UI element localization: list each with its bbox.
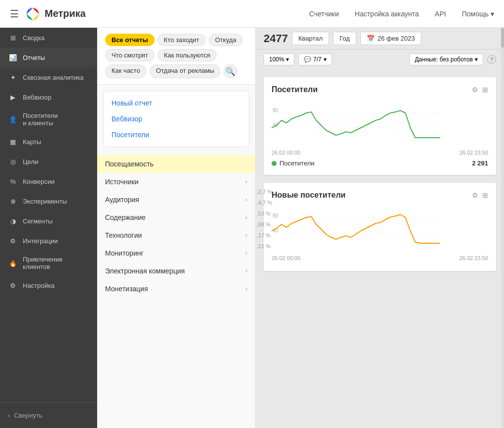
segment-button[interactable]: 💬 7/7 ▾ [298, 54, 332, 65]
sidebar-item-tseli[interactable]: ◎ Цели [0, 152, 97, 171]
menu-item-ecommerce[interactable]: Электронная коммерция › [97, 262, 255, 280]
tag-from-where[interactable]: Откуда [209, 34, 243, 46]
menu-item-tekhnologii[interactable]: Технологии › [97, 226, 255, 244]
quick-link-visitors[interactable]: Посетители [104, 127, 249, 143]
sidebar-item-label: Настройка [23, 282, 55, 289]
sidebar-item-nastroyka[interactable]: ⚙ Настройка [0, 275, 97, 295]
tag-all-reports[interactable]: Все отчеты [105, 34, 155, 46]
quick-link-new-report[interactable]: Новый отчет [104, 95, 249, 111]
tag-how-often[interactable]: Как часто [105, 64, 147, 78]
quarter-btn[interactable]: Квартал [292, 32, 329, 45]
sidebar-item-eksperimenty[interactable]: ⊕ Эксперименты [0, 191, 97, 211]
chevron-right-icon: › [245, 232, 247, 239]
tag-who-visits[interactable]: Кто заходит [158, 34, 206, 46]
chart-header-new-visitors: Новые посетители ⚙ ⊞ [272, 191, 488, 200]
nav-account[interactable]: Настройка аккаунта [355, 10, 419, 18]
visitors-chart-svg: 80 40 [272, 98, 440, 148]
grid-view-icon[interactable]: ⊞ [482, 86, 488, 94]
sidebar-item-integracii[interactable]: ⚙ Интеграции [0, 231, 97, 251]
settings-icon[interactable]: ⚙ [472, 191, 478, 199]
new-visitors-chart-card: Новые посетители ⚙ ⊞ 80 40 [264, 183, 496, 271]
sidebar-item-posetiteli[interactable]: 👤 Посетителии клиенты [0, 107, 97, 132]
chevron-down-icon: ▾ [324, 56, 327, 63]
menu-item-auditoriya[interactable]: Аудитория › [97, 191, 255, 209]
sidebar-item-label: Привлечениеклиентов [23, 256, 63, 270]
calendar-icon: 📅 [367, 35, 375, 42]
settings-icon[interactable]: ⚙ [472, 86, 478, 94]
charts-area: Посетители ⚙ ⊞ 80 40 26.02 [256, 69, 504, 279]
content-area: Все отчеты Кто заходит Откуда Что смотря… [97, 28, 504, 428]
search-tag-button[interactable]: 🔍 [224, 64, 237, 78]
sidebar-item-label: Отчеты [23, 54, 45, 61]
filter-tags: Все отчеты Кто заходит Откуда Что смотря… [97, 28, 255, 85]
visitors-chart-card: Посетители ⚙ ⊞ 80 40 26.02 [264, 77, 496, 175]
nav-api[interactable]: API [435, 10, 446, 18]
comment-icon: 💬 [304, 56, 311, 63]
sidebar-item-konversii[interactable]: % Конверсии [0, 171, 97, 191]
sidebar-item-svyaznaya[interactable]: ✦ Сквозная аналитика [0, 67, 97, 87]
menu-item-monetizaciya[interactable]: Монетизация › [97, 280, 255, 298]
x-end-label: 26.02 23:50 [459, 150, 488, 156]
metric-num-3: ,53 % [257, 208, 272, 219]
sidebar-item-label: Сквозная аналитика [23, 74, 84, 81]
chevron-down-icon: ▾ [475, 56, 478, 63]
chart-title-visitors: Посетители [272, 85, 318, 94]
hamburger-icon[interactable]: ☰ [10, 8, 19, 20]
chart-actions-visitors: ⚙ ⊞ [472, 86, 488, 94]
menu-item-soderzhanie[interactable]: Содержание › [97, 209, 255, 226]
new-x-start-label: 26.02 00:00 [272, 255, 300, 261]
chevron-down-icon: ▾ [491, 10, 494, 18]
sidebar-item-vebvizor[interactable]: ▶ Вебвизор [0, 87, 97, 107]
sidebar-bottom: ‹ Свернуть [0, 402, 97, 428]
new-visitors-chart-svg: 80 40 [272, 204, 440, 253]
chart-x-labels: 26.02 00:00 26.02 23:50 [272, 150, 488, 156]
help-circle-icon[interactable]: ? [487, 55, 496, 64]
visitors-legend: Посетители 2 291 [272, 160, 488, 167]
x-start-label: 26.02 00:00 [272, 150, 300, 156]
sidebar-item-otchety[interactable]: 📊 Отчеты [0, 48, 97, 67]
sidebar-item-label: Посетителии клиенты [23, 112, 58, 127]
menu-item-istochniki[interactable]: Источники › [97, 173, 255, 191]
metric-num-6: ,21 % [257, 241, 272, 252]
scrollbar-thumb[interactable] [501, 28, 504, 48]
collapse-button[interactable]: ‹ Свернуть [0, 407, 97, 424]
sidebar-item-karty[interactable]: ▦ Карты [0, 132, 97, 152]
menu-item-monitoring[interactable]: Мониторинг › [97, 244, 255, 262]
chevron-right-icon: › [245, 250, 247, 257]
sidebar-item-svodka[interactable]: ⊞ Сводка [0, 28, 97, 48]
visitors-legend-dot [272, 161, 277, 166]
grid-view-icon[interactable]: ⊞ [482, 191, 488, 199]
tag-how-use[interactable]: Как пользуются [158, 49, 217, 61]
nav-counters[interactable]: Счетчики [309, 10, 339, 18]
data-filter-button[interactable]: Данные: без роботов ▾ [409, 54, 483, 65]
sidebar-item-label: Сводка [23, 34, 45, 42]
header-nav: Счетчики Настройка аккаунта API Помощь ▾ [309, 10, 494, 18]
quick-link-vebvizor[interactable]: Вебвизор [104, 111, 249, 127]
experiment-icon: ⊕ [8, 196, 18, 206]
metric-numbers-overlay: ,2,7 % ,4,7 % ,53 % ,68 % ,17 % ,21 % [257, 186, 272, 252]
play-icon: ▶ [8, 92, 18, 102]
scrollbar-track[interactable] [501, 28, 504, 428]
zoom-button[interactable]: 100% ▾ [264, 54, 294, 65]
second-toolbar: 100% ▾ 💬 7/7 ▾ Данные: без роботов ▾ ? [256, 50, 504, 69]
chevron-right-icon: › [245, 268, 247, 274]
chevron-right-icon: › [245, 214, 247, 221]
sidebar-item-segmenty[interactable]: ◑ Сегменты [0, 211, 97, 231]
sidebar-item-privlechenie[interactable]: 🔥 Привлечениеклиентов [0, 251, 97, 275]
nav-help[interactable]: Помощь ▾ [462, 10, 494, 18]
integration-icon: ⚙ [8, 236, 18, 246]
tag-ads[interactable]: Отдача от рекламы [150, 64, 221, 78]
tag-what-view[interactable]: Что смотрят [105, 49, 155, 61]
sidebar-item-label: Интеграции [23, 237, 58, 245]
date-picker-btn[interactable]: 📅 26 фев 2023 [360, 32, 421, 45]
metric-num-5: ,17 % [257, 230, 272, 241]
metric-num-1: ,2,7 % [257, 186, 272, 197]
menu-item-poseshchaemost[interactable]: Посещаемость [97, 155, 255, 173]
new-x-end-label: 26.02 23:50 [459, 255, 488, 261]
menu-list: Посещаемость Источники › Аудитория › Сод… [97, 153, 255, 300]
metric-num-2: ,4,7 % [257, 197, 272, 208]
right-top-bar: 2477 Квартал Год 📅 26 фев 2023 [256, 28, 504, 50]
person-icon: 👤 [8, 114, 18, 124]
year-btn[interactable]: Год [333, 32, 356, 45]
gear-icon: ⚙ [8, 280, 18, 290]
